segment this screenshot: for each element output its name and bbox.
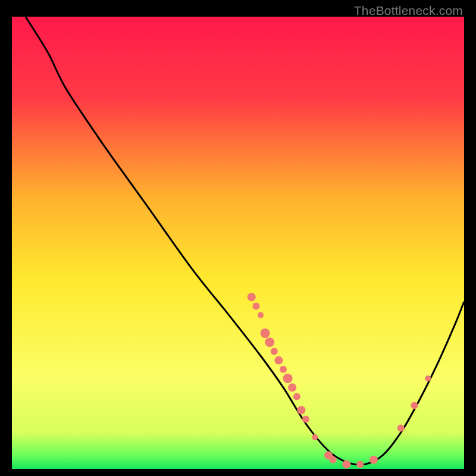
- chart-frame: [12, 17, 464, 469]
- data-marker: [356, 461, 364, 468]
- watermark-text: TheBottleneck.com: [354, 4, 463, 18]
- data-marker: [252, 302, 259, 309]
- data-marker: [261, 328, 270, 338]
- data-marker: [330, 456, 337, 464]
- data-marker: [265, 337, 274, 347]
- data-marker: [369, 456, 378, 464]
- data-marker: [280, 366, 287, 373]
- data-marker: [271, 347, 278, 355]
- data-marker: [397, 425, 405, 432]
- data-marker: [342, 460, 350, 468]
- data-marker: [425, 375, 431, 381]
- data-marker: [274, 356, 283, 365]
- data-marker: [293, 393, 300, 400]
- data-marker: [258, 312, 264, 318]
- data-marker: [283, 374, 293, 383]
- data-marker: [288, 383, 296, 392]
- bottleneck-chart: [12, 17, 464, 469]
- data-marker: [312, 434, 318, 440]
- data-marker: [248, 293, 256, 301]
- data-marker: [302, 415, 309, 422]
- gradient-background: [12, 17, 464, 469]
- data-marker: [297, 406, 305, 414]
- data-marker: [411, 402, 418, 409]
